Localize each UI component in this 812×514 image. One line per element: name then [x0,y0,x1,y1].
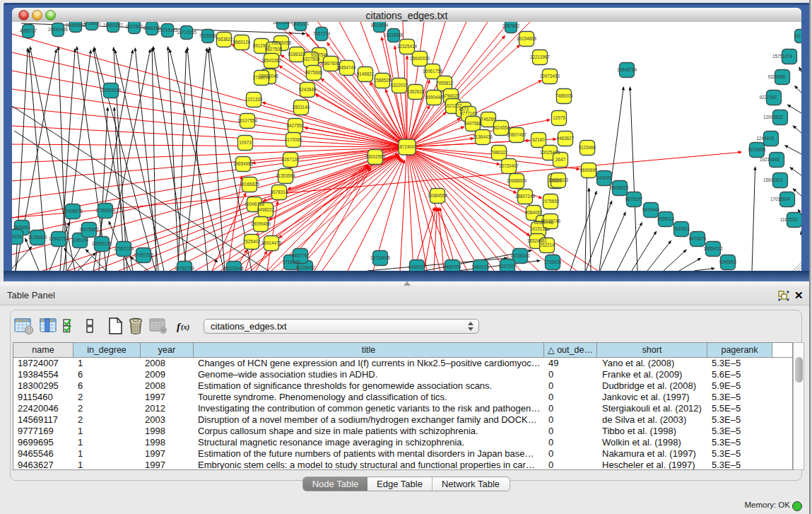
svg-text:10688609: 10688609 [507,178,527,183]
svg-text:1362615: 1362615 [407,89,425,94]
svg-text:7515526: 7515526 [199,33,217,38]
svg-text:6497568: 6497568 [464,121,482,126]
svg-text:18807249: 18807249 [515,194,536,199]
svg-text:9327508: 9327508 [302,57,320,62]
svg-text:7485005: 7485005 [555,93,573,98]
svg-text:8660124: 8660124 [233,40,251,45]
svg-text:30975857: 30975857 [79,227,100,232]
svg-text:12325419: 12325419 [397,44,418,49]
svg-text:16713155: 16713155 [177,30,197,35]
svg-text:7357274: 7357274 [313,31,331,36]
svg-text:9474444: 9474444 [642,207,660,212]
svg-text:1527602: 1527602 [126,24,143,29]
svg-text:1615132: 1615132 [530,226,548,231]
svg-text:19384554: 19384554 [428,193,448,198]
svg-text:7632621: 7632621 [673,226,690,231]
svg-text:16961758: 16961758 [423,69,443,74]
svg-text:9699695: 9699695 [580,168,598,173]
svg-text:7663822: 7663822 [216,37,233,42]
svg-text:1839221: 1839221 [292,22,310,26]
svg-text:10648784: 10648784 [617,67,637,72]
svg-text:8186323: 8186323 [288,52,306,57]
svg-text:16154808: 16154808 [517,36,537,41]
svg-text:16543382: 16543382 [261,58,282,63]
svg-text:9227342: 9227342 [759,95,777,100]
svg-text:11353594: 11353594 [276,173,295,178]
svg-text:9245652: 9245652 [719,259,737,264]
svg-text:1588520: 1588520 [374,78,392,83]
svg-text:1975692: 1975692 [542,199,560,204]
svg-text:10973: 10973 [239,140,252,145]
svg-text:15136141: 15136141 [510,253,531,258]
svg-text:9457791: 9457791 [292,253,310,258]
svg-text:2803144: 2803144 [293,105,310,110]
svg-text:6794028: 6794028 [442,93,460,98]
svg-text:2718176: 2718176 [253,75,271,80]
svg-text:20206576: 20206576 [63,209,83,214]
svg-text:1117: 1117 [794,33,801,38]
svg-text:15720407: 15720407 [499,163,519,168]
svg-text:9215958: 9215958 [748,147,766,152]
svg-text:23226058: 23226058 [271,40,292,45]
svg-text:2087682: 2087682 [502,23,520,28]
svg-text:8454749: 8454749 [339,65,356,70]
svg-text:1221339: 1221339 [245,97,263,102]
svg-text:16653287: 16653287 [103,23,124,28]
svg-text:8938923: 8938923 [611,185,629,190]
svg-text:4439167: 4439167 [408,264,426,269]
svg-text:11156829: 11156829 [28,235,47,240]
svg-text:17359924: 17359924 [95,208,116,213]
svg-text:9084067: 9084067 [525,210,543,215]
svg-text:23002953: 23002953 [365,154,386,159]
svg-text:2647: 2647 [555,157,566,162]
svg-text:6322037: 6322037 [391,83,408,88]
svg-text:12093832: 12093832 [763,115,784,119]
svg-text:9115460: 9115460 [579,145,596,150]
svg-text:9777169: 9777169 [460,111,478,116]
svg-text:2935114: 2935114 [657,216,675,221]
svg-text:1145194: 1145194 [71,238,89,243]
svg-text:7986322: 7986322 [490,150,508,155]
svg-text:3875685: 3875685 [305,70,323,75]
svg-text:7625402: 7625402 [243,239,261,244]
svg-text:(x): (x) [181,323,189,332]
svg-text:17957225: 17957225 [134,252,154,257]
svg-text:3716485: 3716485 [283,259,300,264]
svg-text:1167533: 1167533 [780,217,798,222]
svg-text:20691406: 20691406 [48,27,69,32]
svg-text:10654112: 10654112 [703,246,723,251]
svg-text:16782759: 16782759 [175,266,195,271]
svg-text:8813054: 8813054 [371,23,389,28]
svg-text:2845061: 2845061 [13,225,31,230]
svg-text:12942757: 12942757 [49,236,69,241]
svg-text:746266: 746266 [481,117,496,122]
svg-text:21364436: 21364436 [473,134,493,139]
svg-text:19654923: 19654923 [548,177,569,182]
svg-text:3624554: 3624554 [493,125,510,130]
svg-text:16107554: 16107554 [237,118,258,123]
svg-text:7955812: 7955812 [436,81,454,86]
svg-text:20553346: 20553346 [101,88,122,93]
svg-text:15640910: 15640910 [410,56,430,61]
svg-text:9463627: 9463627 [557,136,575,141]
svg-text:8427552: 8427552 [287,123,305,128]
svg-text:19218506: 19218506 [384,33,404,37]
svg-text:15751074: 15751074 [772,54,793,59]
svg-text:9146821: 9146821 [357,71,375,76]
svg-text:8678314: 8678314 [271,189,288,194]
svg-text:19166825: 19166825 [240,182,260,187]
svg-text:9827508: 9827508 [265,47,283,52]
svg-text:12975: 12975 [553,115,565,120]
svg-text:18724007: 18724007 [397,144,418,149]
svg-text:16033809: 16033809 [273,22,293,25]
svg-text:9242848: 9242848 [299,87,317,92]
svg-text:10025433: 10025433 [540,150,560,155]
svg-text:1733426: 1733426 [544,259,562,264]
svg-text:8489709: 8489709 [444,264,461,269]
svg-text:1244415: 1244415 [756,136,774,141]
svg-text:10046788: 10046788 [245,201,265,206]
svg-text:6498222: 6498222 [257,207,275,212]
svg-text:8267130: 8267130 [282,157,300,162]
svg-text:10973493: 10973493 [540,74,560,78]
svg-text:16120746: 16120746 [541,218,561,223]
